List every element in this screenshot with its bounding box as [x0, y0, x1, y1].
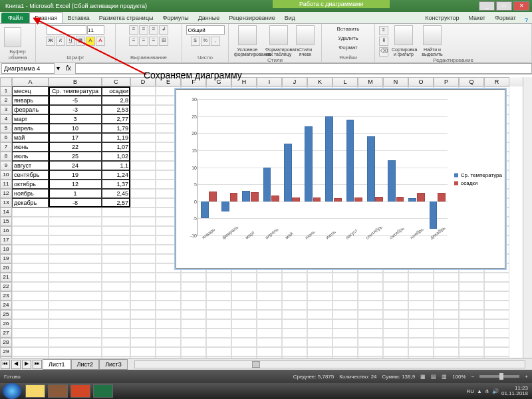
row-header[interactable]: 11: [0, 180, 12, 189]
cell[interactable]: [181, 291, 206, 301]
cell[interactable]: [257, 301, 282, 310]
cell[interactable]: [459, 347, 484, 356]
cell[interactable]: [130, 142, 156, 152]
cell[interactable]: [181, 282, 206, 291]
cell[interactable]: [130, 254, 156, 263]
taskbar-powerpoint-icon[interactable]: [70, 384, 90, 398]
column-headers[interactable]: ABCDEFGHIJKLMNOPQR: [0, 77, 532, 86]
zoom-out-button[interactable]: −: [471, 374, 475, 380]
cell[interactable]: [12, 273, 49, 282]
cell[interactable]: [231, 282, 257, 291]
chart-bar[interactable]: [367, 136, 375, 201]
cell[interactable]: [358, 338, 383, 347]
row-header[interactable]: 20: [0, 263, 12, 273]
cell[interactable]: [102, 282, 130, 291]
cell[interactable]: 1,07: [102, 142, 130, 152]
cell[interactable]: [358, 319, 383, 329]
cell[interactable]: [156, 329, 181, 338]
cell[interactable]: [231, 347, 257, 356]
minimize-button[interactable]: _: [479, 1, 495, 11]
cell-styles-button[interactable]: [296, 25, 315, 45]
cell[interactable]: [156, 273, 181, 282]
cell[interactable]: [49, 273, 102, 282]
cell[interactable]: [130, 105, 156, 114]
cell[interactable]: [484, 347, 509, 356]
cell[interactable]: [383, 282, 408, 291]
cell[interactable]: [434, 301, 459, 310]
cell[interactable]: [12, 282, 49, 291]
cell[interactable]: 1,1: [102, 161, 130, 170]
cell[interactable]: [156, 301, 181, 310]
cell[interactable]: 17: [49, 133, 102, 142]
cell[interactable]: [408, 291, 434, 301]
cell[interactable]: [434, 347, 459, 356]
cell[interactable]: [102, 254, 130, 263]
tray-flag-icon[interactable]: ▲: [477, 388, 482, 394]
cell[interactable]: ноябрь: [12, 189, 49, 198]
cell[interactable]: [383, 329, 408, 338]
format-cells-button[interactable]: Формат: [337, 44, 358, 51]
cell[interactable]: [49, 338, 102, 347]
cell[interactable]: [282, 329, 307, 338]
cell[interactable]: [130, 207, 156, 217]
tray-sound-icon[interactable]: 🔊: [492, 388, 499, 394]
cell[interactable]: [12, 310, 49, 319]
col-header[interactable]: D: [130, 77, 156, 86]
cell[interactable]: [130, 245, 156, 254]
conditional-format-button[interactable]: [238, 25, 257, 45]
select-all-corner[interactable]: [0, 77, 12, 86]
chart-bar[interactable]: [430, 201, 438, 229]
taskbar-explorer-icon[interactable]: [25, 384, 45, 398]
cell[interactable]: сентябрь: [12, 170, 49, 180]
cell[interactable]: [49, 319, 102, 329]
cell[interactable]: [12, 217, 49, 226]
cell[interactable]: [257, 319, 282, 329]
cell[interactable]: [484, 329, 509, 338]
formula-bar[interactable]: [75, 63, 532, 74]
start-button[interactable]: [3, 383, 21, 399]
cell[interactable]: [231, 338, 257, 347]
cell[interactable]: [181, 301, 206, 310]
align-top-button[interactable]: ≡: [129, 25, 138, 35]
taskbar-excel-icon[interactable]: [93, 384, 113, 398]
cell[interactable]: [49, 254, 102, 263]
cell[interactable]: [156, 291, 181, 301]
cell[interactable]: 2,45: [102, 189, 130, 198]
cells-area[interactable]: -10-5051015202530 январьфевральмартапрел…: [12, 86, 509, 358]
cell[interactable]: [49, 207, 102, 217]
cell[interactable]: [49, 263, 102, 273]
cell[interactable]: -5: [49, 96, 102, 105]
row-header[interactable]: 1: [0, 86, 12, 96]
cell[interactable]: [358, 329, 383, 338]
cell[interactable]: май: [12, 133, 49, 142]
row-header[interactable]: 10: [0, 170, 12, 180]
cell[interactable]: [434, 329, 459, 338]
cell[interactable]: [12, 329, 49, 338]
col-header[interactable]: K: [307, 77, 332, 86]
merge-button[interactable]: ⊞: [159, 37, 168, 46]
cell[interactable]: осадки: [102, 86, 130, 96]
cell[interactable]: [307, 338, 332, 347]
cell[interactable]: [181, 347, 206, 356]
cell[interactable]: [181, 338, 206, 347]
cell[interactable]: [282, 282, 307, 291]
number-format-select[interactable]: [186, 25, 225, 35]
chart-bar[interactable]: [305, 126, 313, 201]
col-header[interactable]: G: [206, 77, 231, 86]
cell[interactable]: 1,79: [102, 124, 130, 133]
row-header[interactable]: 3: [0, 105, 12, 114]
cell[interactable]: [130, 217, 156, 226]
cell[interactable]: [130, 152, 156, 161]
cell[interactable]: [282, 301, 307, 310]
cell[interactable]: [102, 226, 130, 235]
cell[interactable]: [102, 217, 130, 226]
cell[interactable]: [257, 310, 282, 319]
cell[interactable]: [49, 282, 102, 291]
sheet-tab-1[interactable]: Лист1: [43, 359, 71, 370]
cell[interactable]: [257, 347, 282, 356]
cell[interactable]: [12, 263, 49, 273]
col-header[interactable]: N: [383, 77, 408, 86]
row-header[interactable]: 21: [0, 273, 12, 282]
cell[interactable]: [332, 282, 358, 291]
cell[interactable]: [257, 291, 282, 301]
